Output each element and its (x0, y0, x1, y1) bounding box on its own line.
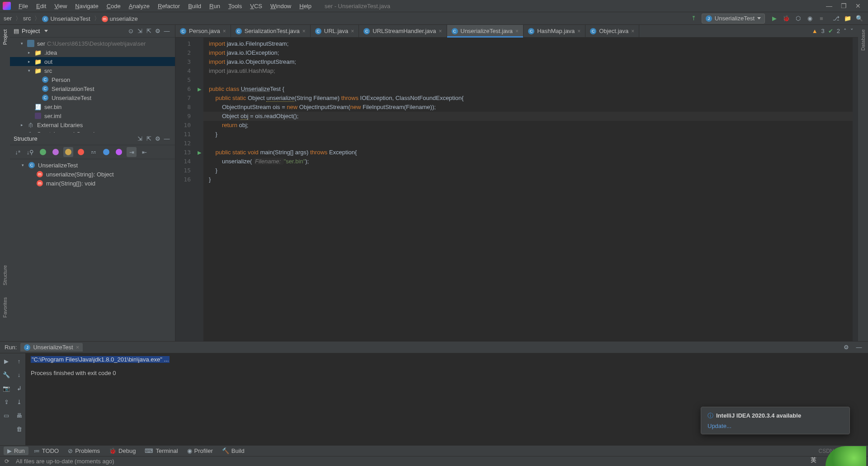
hide-panel-icon[interactable]: — (162, 28, 171, 34)
wrench-icon[interactable]: 🔧 (1, 370, 11, 380)
sort-alpha-icon[interactable]: ↓ᵃ (13, 147, 23, 157)
close-tab-icon[interactable]: × (515, 28, 519, 34)
sort-visibility-icon[interactable]: ↓⚲ (25, 147, 35, 157)
code-area[interactable]: import java.io.FileInputStream;import ja… (203, 38, 853, 341)
chevron-down-icon[interactable] (44, 30, 48, 32)
structure-item[interactable]: munserialize(String): Object (10, 170, 175, 179)
hide-run-icon[interactable]: — (854, 344, 863, 351)
tree-item[interactable]: CPerson (10, 75, 175, 84)
close-tab-icon[interactable]: × (439, 28, 442, 34)
toolstrip-profiler[interactable]: ◉Profiler (184, 447, 217, 455)
run-gutter-icon[interactable]: ▶ (198, 86, 201, 92)
rerun-button[interactable]: ▶ (1, 356, 11, 366)
print-icon[interactable]: 🖶 (14, 410, 24, 420)
menu-navigate[interactable]: Navigate (71, 2, 102, 10)
tree-item[interactable]: ▸📁out (10, 57, 175, 66)
editor-tab[interactable]: CPerson.java× (175, 25, 231, 37)
status-sync-icon[interactable]: ⟳ (5, 458, 9, 465)
build-icon[interactable]: ⤒ (689, 14, 699, 24)
tree-item[interactable]: ▸⫛External Libraries (10, 120, 175, 129)
filter-f-icon[interactable] (63, 147, 73, 157)
stop-button[interactable]: ■ (816, 14, 826, 24)
update-notification[interactable]: ⓘIntelliJ IDEA 2020.3.4 available Update… (701, 407, 850, 434)
coverage-button[interactable]: ⬡ (793, 14, 803, 24)
menu-vcs[interactable]: VCS (246, 2, 266, 10)
autoscroll-from-icon[interactable]: ⇤ (139, 147, 149, 157)
camera-icon[interactable]: 📷 (1, 383, 11, 393)
breadcrumb-item[interactable]: CUnserializeTest (42, 15, 90, 22)
tree-item[interactable]: ▾📁src (10, 66, 175, 75)
editor-tab[interactable]: CURL.java× (311, 25, 359, 37)
close-tab-icon[interactable]: × (577, 28, 580, 34)
filter-m-icon[interactable] (76, 147, 86, 157)
filter-a-icon[interactable] (114, 147, 124, 157)
hide-panel-icon[interactable]: — (162, 135, 171, 142)
tree-item[interactable]: ▸📁.idea (10, 48, 175, 57)
close-tab-icon[interactable]: × (302, 28, 306, 34)
expand-all-icon[interactable]: ⇲ (135, 28, 144, 34)
filter-c-icon[interactable] (38, 147, 48, 157)
run-button[interactable]: ▶ (769, 14, 779, 24)
toolstrip-todo[interactable]: ≔TODO (30, 447, 62, 455)
structure-tree[interactable]: ▾CUnserializeTestmunserialize(String): O… (10, 159, 175, 341)
status-caret-position[interactable]: 9:39 (841, 458, 853, 465)
maximize-button[interactable]: ❐ (836, 2, 851, 10)
run-window-tab[interactable]: J UnserializeTest × (20, 343, 83, 352)
menu-help[interactable]: Help (295, 2, 316, 10)
locate-icon[interactable]: ⊙ (126, 28, 135, 34)
menu-tools[interactable]: Tools (224, 2, 246, 10)
toolstrip-debug[interactable]: 🐞Debug (105, 447, 139, 455)
code-editor[interactable]: 12345678910111213141516 ▶▶ import java.i… (175, 38, 858, 341)
menu-view[interactable]: View (50, 2, 71, 10)
editor-tab[interactable]: CSerializationTest.java× (231, 25, 311, 37)
close-button[interactable]: ✕ (851, 2, 865, 10)
tree-item[interactable]: CUnserializeTest (10, 93, 175, 102)
breadcrumb-item[interactable]: ser (4, 15, 12, 22)
autoscroll-to-icon[interactable]: ⇥ (127, 147, 137, 157)
minimize-button[interactable]: — (822, 2, 836, 10)
profile-button[interactable]: ◉ (805, 14, 815, 24)
breadcrumb-item[interactable]: munserialize (102, 15, 138, 22)
close-tab-icon[interactable]: × (631, 28, 634, 34)
toolstrip-terminal[interactable]: ⌨Terminal (141, 447, 181, 455)
collapse-all-icon[interactable]: ⇱ (144, 135, 153, 142)
clear-icon[interactable]: 🗑 (14, 424, 24, 434)
menu-build[interactable]: Build (184, 2, 205, 10)
rail-project[interactable]: Project (2, 28, 8, 47)
soft-wrap-icon[interactable]: ↲ (14, 383, 24, 393)
down-icon[interactable]: ↓ (14, 370, 24, 380)
tree-item[interactable]: ▾serC:\Users\86135\Desktop\web\java\ser (10, 39, 175, 48)
menu-code[interactable]: Code (103, 2, 125, 10)
editor-tab[interactable]: CObject.java× (585, 25, 639, 37)
menu-refactor[interactable]: Refactor (154, 2, 184, 10)
debug-button[interactable]: 🐞 (781, 14, 791, 24)
toolstrip-run[interactable]: ▶Run (4, 447, 28, 455)
tree-item[interactable]: CSerializationTest (10, 84, 175, 93)
layout-icon[interactable]: ▭ (1, 410, 11, 420)
menu-edit[interactable]: Edit (32, 2, 50, 10)
toolstrip-build[interactable]: 🔨Build (218, 447, 248, 455)
settings-icon[interactable]: ⚙ (153, 135, 162, 142)
menu-file[interactable]: File (14, 2, 32, 10)
editor-tab[interactable]: CUnserializeTest.java× (447, 25, 524, 37)
scroll-end-icon[interactable]: ⤓ (14, 397, 24, 407)
structure-item[interactable]: mmain(String[]): void (10, 179, 175, 188)
tree-item[interactable]: ser.iml (10, 111, 175, 120)
editor-tab[interactable]: CHashMap.java× (524, 25, 585, 37)
status-encoding[interactable]: C (859, 458, 863, 465)
editor-tab[interactable]: CURLStreamHandler.java× (359, 25, 447, 37)
filter-inherited-icon[interactable]: 𝌂 (89, 147, 99, 157)
close-tab-icon[interactable]: × (223, 28, 226, 34)
menu-run[interactable]: Run (205, 2, 224, 10)
rail-structure[interactable]: Structure (2, 263, 8, 287)
up-icon[interactable]: ↑ (14, 356, 24, 366)
breadcrumb-item[interactable]: src (23, 15, 31, 22)
git-branch-icon[interactable]: ⎇ (831, 14, 841, 24)
inspections-widget[interactable]: ▲3✔2˄˅ (807, 25, 858, 37)
run-config-selector[interactable]: J UnserializeTest (702, 14, 765, 24)
tree-item[interactable]: 🧾ser.bin (10, 102, 175, 111)
open-folder-icon[interactable]: 📁 (843, 14, 853, 24)
run-settings-icon[interactable]: ⚙ (842, 344, 851, 351)
close-tab-icon[interactable]: × (76, 344, 80, 351)
filter-p-icon[interactable] (51, 147, 61, 157)
